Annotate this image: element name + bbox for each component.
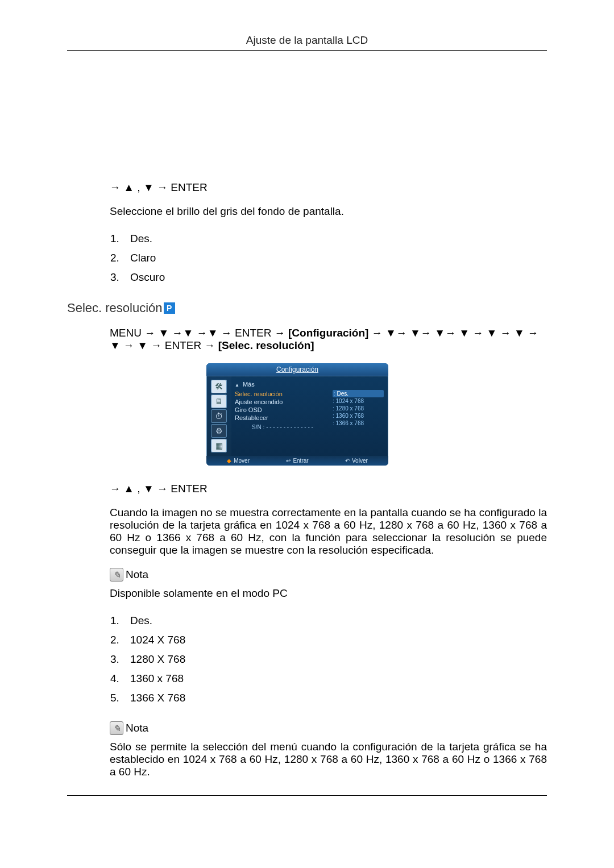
osd-menu-item: Ajuste encendido <box>235 398 330 406</box>
osd-serial: S/N : - - - - - - - - - - - - - - <box>235 422 330 430</box>
osd-tools-icon: 🛠 <box>211 380 227 393</box>
note-row-1: ✎ Nota <box>110 568 547 582</box>
osd-time-icon: ⏱ <box>211 409 227 423</box>
resolution-heading: Selec. resolución P <box>67 301 547 315</box>
page-footer-rule <box>67 795 547 797</box>
gray-options-list: Des. Claro Oscuro <box>110 229 547 287</box>
list-item: 1024 X 768 <box>122 630 547 650</box>
gray-description: Seleccione el brillo del gris del fondo … <box>110 205 547 218</box>
resolution-options-list: Des. 1024 X 768 1280 X 768 1360 x 768 13… <box>110 611 547 708</box>
osd-value: 1024 x 768 <box>333 397 384 405</box>
list-item: Oscuro <box>122 268 547 287</box>
nav-text: MENU → ▼ →▼ →▼ → ENTER → <box>110 327 288 339</box>
osd-more-label: Más <box>235 380 330 390</box>
note-label: Nota <box>126 722 148 734</box>
osd-menu-item: Restablecer <box>235 414 330 422</box>
list-item: 1366 X 768 <box>122 688 547 708</box>
osd-value: 1360 x 768 <box>333 412 384 420</box>
page-header: Ajuste de la pantalla LCD <box>67 34 547 51</box>
osd-settings-icon: ⚙ <box>211 424 227 438</box>
resolution-paragraph: Cuando la imagen no se muestra correctam… <box>110 506 547 556</box>
note-1-text: Disponible solamente en el modo PC <box>110 587 547 600</box>
osd-serial-label: S/N : <box>252 424 264 430</box>
osd-value-column: Des. 1024 x 768 1280 x 768 1360 x 768 13… <box>333 376 388 456</box>
osd-menu: Más Selec. resolución Ajuste encendido G… <box>231 376 333 456</box>
osd-value: 1366 x 768 <box>333 420 384 427</box>
resolution-nav-sequence-1: MENU → ▼ →▼ →▼ → ENTER → [Configuración]… <box>110 327 547 352</box>
note-label: Nota <box>126 568 148 581</box>
osd-title: Configuración <box>206 363 388 376</box>
nav-bracket-selec-resolucion: [Selec. resolución] <box>218 339 314 351</box>
list-item: 1360 x 768 <box>122 669 547 688</box>
resolution-nav-sequence-2: → ▲ , ▼ → ENTER <box>110 483 547 495</box>
note-icon: ✎ <box>110 568 123 582</box>
osd-icon-column: 🛠 🖥 ⏱ ⚙ ▦ <box>206 376 231 456</box>
osd-input-icon: 🖥 <box>211 394 227 408</box>
note-2-text: Sólo se permite la selección del menú cu… <box>110 741 547 778</box>
osd-serial-value: - - - - - - - - - - - - - - <box>266 424 313 430</box>
list-item: Des. <box>122 229 547 248</box>
nav-bracket-configuracion: [Configuración] <box>288 327 368 339</box>
resolution-heading-text: Selec. resolución <box>67 301 163 315</box>
list-item: Des. <box>122 611 547 630</box>
list-item: 1280 X 768 <box>122 650 547 669</box>
osd-menu-item-selected: Selec. resolución <box>235 390 330 398</box>
osd-screenshot: Configuración 🛠 🖥 ⏱ ⚙ ▦ Más Selec. resol… <box>206 363 388 466</box>
osd-footer-move: Mover <box>227 458 250 464</box>
note-row-2: ✎ Nota <box>110 721 547 735</box>
note-icon: ✎ <box>110 721 123 735</box>
list-item: Claro <box>122 248 547 268</box>
osd-footer-back: Volver <box>345 458 368 464</box>
osd-value: 1280 x 768 <box>333 405 384 412</box>
osd-footer-enter: Entrar <box>286 458 308 464</box>
osd-menu-item: Giro OSD <box>235 406 330 414</box>
osd-multi-icon: ▦ <box>211 439 227 452</box>
pc-mode-badge-icon: P <box>164 302 175 314</box>
osd-footer: Mover Entrar Volver <box>206 456 388 466</box>
gray-nav-sequence: → ▲ , ▼ → ENTER <box>110 181 547 194</box>
osd-value-selected: Des. <box>333 390 384 397</box>
